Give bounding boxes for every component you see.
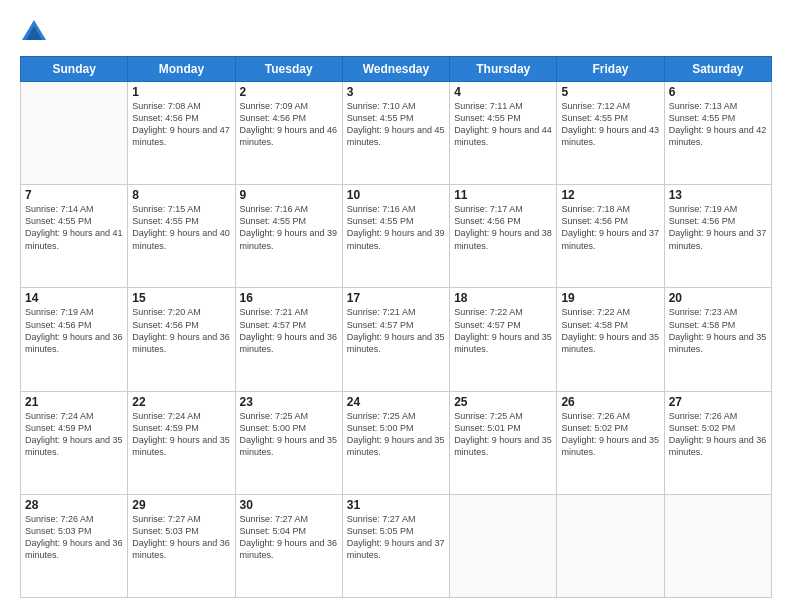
calendar-cell: 8Sunrise: 7:15 AM Sunset: 4:55 PM Daylig… — [128, 185, 235, 288]
day-info: Sunrise: 7:08 AM Sunset: 4:56 PM Dayligh… — [132, 100, 230, 149]
day-info: Sunrise: 7:19 AM Sunset: 4:56 PM Dayligh… — [25, 306, 123, 355]
calendar-cell: 21Sunrise: 7:24 AM Sunset: 4:59 PM Dayli… — [21, 391, 128, 494]
calendar-cell: 13Sunrise: 7:19 AM Sunset: 4:56 PM Dayli… — [664, 185, 771, 288]
day-number: 12 — [561, 188, 659, 202]
day-number: 24 — [347, 395, 445, 409]
day-number: 26 — [561, 395, 659, 409]
calendar-cell: 6Sunrise: 7:13 AM Sunset: 4:55 PM Daylig… — [664, 82, 771, 185]
day-info: Sunrise: 7:26 AM Sunset: 5:02 PM Dayligh… — [561, 410, 659, 459]
day-info: Sunrise: 7:17 AM Sunset: 4:56 PM Dayligh… — [454, 203, 552, 252]
calendar-cell: 7Sunrise: 7:14 AM Sunset: 4:55 PM Daylig… — [21, 185, 128, 288]
calendar-cell: 20Sunrise: 7:23 AM Sunset: 4:58 PM Dayli… — [664, 288, 771, 391]
day-number: 16 — [240, 291, 338, 305]
day-info: Sunrise: 7:21 AM Sunset: 4:57 PM Dayligh… — [347, 306, 445, 355]
calendar-cell — [450, 494, 557, 597]
day-info: Sunrise: 7:21 AM Sunset: 4:57 PM Dayligh… — [240, 306, 338, 355]
calendar-cell: 23Sunrise: 7:25 AM Sunset: 5:00 PM Dayli… — [235, 391, 342, 494]
calendar-cell: 26Sunrise: 7:26 AM Sunset: 5:02 PM Dayli… — [557, 391, 664, 494]
calendar-cell: 9Sunrise: 7:16 AM Sunset: 4:55 PM Daylig… — [235, 185, 342, 288]
calendar-cell: 17Sunrise: 7:21 AM Sunset: 4:57 PM Dayli… — [342, 288, 449, 391]
calendar-cell — [557, 494, 664, 597]
day-number: 22 — [132, 395, 230, 409]
day-number: 15 — [132, 291, 230, 305]
day-number: 6 — [669, 85, 767, 99]
header — [20, 18, 772, 46]
day-info: Sunrise: 7:27 AM Sunset: 5:03 PM Dayligh… — [132, 513, 230, 562]
day-info: Sunrise: 7:27 AM Sunset: 5:05 PM Dayligh… — [347, 513, 445, 562]
day-info: Sunrise: 7:26 AM Sunset: 5:03 PM Dayligh… — [25, 513, 123, 562]
day-info: Sunrise: 7:22 AM Sunset: 4:57 PM Dayligh… — [454, 306, 552, 355]
calendar-cell: 31Sunrise: 7:27 AM Sunset: 5:05 PM Dayli… — [342, 494, 449, 597]
calendar-cell: 12Sunrise: 7:18 AM Sunset: 4:56 PM Dayli… — [557, 185, 664, 288]
logo-icon — [20, 18, 48, 46]
day-number: 23 — [240, 395, 338, 409]
calendar-cell: 25Sunrise: 7:25 AM Sunset: 5:01 PM Dayli… — [450, 391, 557, 494]
day-number: 31 — [347, 498, 445, 512]
day-number: 9 — [240, 188, 338, 202]
logo — [20, 18, 52, 46]
calendar-cell: 29Sunrise: 7:27 AM Sunset: 5:03 PM Dayli… — [128, 494, 235, 597]
calendar-cell: 1Sunrise: 7:08 AM Sunset: 4:56 PM Daylig… — [128, 82, 235, 185]
day-info: Sunrise: 7:13 AM Sunset: 4:55 PM Dayligh… — [669, 100, 767, 149]
day-info: Sunrise: 7:27 AM Sunset: 5:04 PM Dayligh… — [240, 513, 338, 562]
day-number: 18 — [454, 291, 552, 305]
day-info: Sunrise: 7:20 AM Sunset: 4:56 PM Dayligh… — [132, 306, 230, 355]
day-number: 19 — [561, 291, 659, 305]
day-number: 10 — [347, 188, 445, 202]
calendar-week-row: 14Sunrise: 7:19 AM Sunset: 4:56 PM Dayli… — [21, 288, 772, 391]
calendar-cell: 10Sunrise: 7:16 AM Sunset: 4:55 PM Dayli… — [342, 185, 449, 288]
day-info: Sunrise: 7:15 AM Sunset: 4:55 PM Dayligh… — [132, 203, 230, 252]
calendar-cell: 3Sunrise: 7:10 AM Sunset: 4:55 PM Daylig… — [342, 82, 449, 185]
calendar-cell: 15Sunrise: 7:20 AM Sunset: 4:56 PM Dayli… — [128, 288, 235, 391]
day-info: Sunrise: 7:25 AM Sunset: 5:00 PM Dayligh… — [347, 410, 445, 459]
day-number: 3 — [347, 85, 445, 99]
day-info: Sunrise: 7:11 AM Sunset: 4:55 PM Dayligh… — [454, 100, 552, 149]
day-info: Sunrise: 7:25 AM Sunset: 5:00 PM Dayligh… — [240, 410, 338, 459]
day-info: Sunrise: 7:16 AM Sunset: 4:55 PM Dayligh… — [347, 203, 445, 252]
day-number: 21 — [25, 395, 123, 409]
calendar-cell: 19Sunrise: 7:22 AM Sunset: 4:58 PM Dayli… — [557, 288, 664, 391]
day-number: 13 — [669, 188, 767, 202]
day-header-wednesday: Wednesday — [342, 57, 449, 82]
calendar-cell — [664, 494, 771, 597]
day-info: Sunrise: 7:19 AM Sunset: 4:56 PM Dayligh… — [669, 203, 767, 252]
calendar-week-row: 28Sunrise: 7:26 AM Sunset: 5:03 PM Dayli… — [21, 494, 772, 597]
calendar-week-row: 1Sunrise: 7:08 AM Sunset: 4:56 PM Daylig… — [21, 82, 772, 185]
calendar-cell: 16Sunrise: 7:21 AM Sunset: 4:57 PM Dayli… — [235, 288, 342, 391]
day-info: Sunrise: 7:18 AM Sunset: 4:56 PM Dayligh… — [561, 203, 659, 252]
day-number: 8 — [132, 188, 230, 202]
day-header-saturday: Saturday — [664, 57, 771, 82]
page: SundayMondayTuesdayWednesdayThursdayFrid… — [0, 0, 792, 612]
day-info: Sunrise: 7:16 AM Sunset: 4:55 PM Dayligh… — [240, 203, 338, 252]
day-info: Sunrise: 7:25 AM Sunset: 5:01 PM Dayligh… — [454, 410, 552, 459]
day-header-thursday: Thursday — [450, 57, 557, 82]
calendar-header-row: SundayMondayTuesdayWednesdayThursdayFrid… — [21, 57, 772, 82]
calendar-cell: 5Sunrise: 7:12 AM Sunset: 4:55 PM Daylig… — [557, 82, 664, 185]
day-info: Sunrise: 7:24 AM Sunset: 4:59 PM Dayligh… — [132, 410, 230, 459]
calendar-cell: 22Sunrise: 7:24 AM Sunset: 4:59 PM Dayli… — [128, 391, 235, 494]
day-info: Sunrise: 7:14 AM Sunset: 4:55 PM Dayligh… — [25, 203, 123, 252]
day-number: 2 — [240, 85, 338, 99]
day-number: 17 — [347, 291, 445, 305]
day-header-sunday: Sunday — [21, 57, 128, 82]
day-number: 14 — [25, 291, 123, 305]
day-info: Sunrise: 7:26 AM Sunset: 5:02 PM Dayligh… — [669, 410, 767, 459]
calendar-week-row: 21Sunrise: 7:24 AM Sunset: 4:59 PM Dayli… — [21, 391, 772, 494]
calendar-cell: 2Sunrise: 7:09 AM Sunset: 4:56 PM Daylig… — [235, 82, 342, 185]
day-info: Sunrise: 7:10 AM Sunset: 4:55 PM Dayligh… — [347, 100, 445, 149]
calendar-table: SundayMondayTuesdayWednesdayThursdayFrid… — [20, 56, 772, 598]
calendar-week-row: 7Sunrise: 7:14 AM Sunset: 4:55 PM Daylig… — [21, 185, 772, 288]
day-number: 7 — [25, 188, 123, 202]
day-info: Sunrise: 7:12 AM Sunset: 4:55 PM Dayligh… — [561, 100, 659, 149]
day-number: 1 — [132, 85, 230, 99]
calendar-cell: 28Sunrise: 7:26 AM Sunset: 5:03 PM Dayli… — [21, 494, 128, 597]
day-number: 20 — [669, 291, 767, 305]
day-header-friday: Friday — [557, 57, 664, 82]
calendar-cell: 14Sunrise: 7:19 AM Sunset: 4:56 PM Dayli… — [21, 288, 128, 391]
calendar-cell: 4Sunrise: 7:11 AM Sunset: 4:55 PM Daylig… — [450, 82, 557, 185]
calendar-cell: 30Sunrise: 7:27 AM Sunset: 5:04 PM Dayli… — [235, 494, 342, 597]
day-info: Sunrise: 7:23 AM Sunset: 4:58 PM Dayligh… — [669, 306, 767, 355]
day-header-tuesday: Tuesday — [235, 57, 342, 82]
calendar-cell: 27Sunrise: 7:26 AM Sunset: 5:02 PM Dayli… — [664, 391, 771, 494]
calendar-cell — [21, 82, 128, 185]
